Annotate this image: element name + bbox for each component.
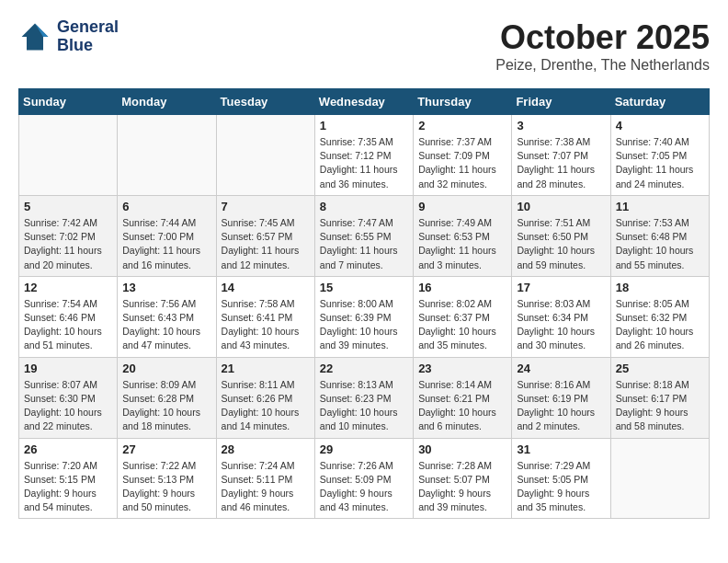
logo-line2: Blue (57, 37, 119, 55)
calendar-cell: 29Sunrise: 7:26 AM Sunset: 5:09 PM Dayli… (314, 438, 413, 519)
day-number: 26 (24, 442, 112, 456)
title-area: October 2025 Peize, Drenthe, The Netherl… (495, 18, 710, 74)
day-number: 4 (616, 119, 704, 132)
day-number: 13 (122, 281, 210, 294)
calendar-cell: 1Sunrise: 7:35 AM Sunset: 7:12 PM Daylig… (314, 115, 413, 196)
day-header-tuesday: Tuesday (216, 89, 314, 115)
day-number: 18 (616, 281, 704, 294)
logo-text: General Blue (57, 18, 119, 55)
day-header-saturday: Saturday (610, 89, 709, 115)
day-info: Sunrise: 7:24 AM Sunset: 5:11 PM Dayligh… (222, 459, 310, 515)
day-number: 5 (24, 200, 112, 213)
calendar-cell: 27Sunrise: 7:22 AM Sunset: 5:13 PM Dayli… (118, 438, 216, 519)
day-info: Sunrise: 7:56 AM Sunset: 6:43 PM Dayligh… (122, 297, 210, 353)
day-number: 1 (320, 119, 408, 132)
day-info: Sunrise: 8:07 AM Sunset: 6:30 PM Dayligh… (24, 378, 112, 434)
day-info: Sunrise: 7:51 AM Sunset: 6:50 PM Dayligh… (517, 216, 605, 272)
calendar-cell: 23Sunrise: 8:14 AM Sunset: 6:21 PM Dayli… (414, 357, 512, 438)
day-info: Sunrise: 8:05 AM Sunset: 6:32 PM Dayligh… (616, 297, 704, 353)
day-info: Sunrise: 7:29 AM Sunset: 5:05 PM Dayligh… (517, 459, 605, 515)
calendar-cell: 6Sunrise: 7:44 AM Sunset: 7:00 PM Daylig… (118, 195, 216, 276)
day-info: Sunrise: 7:20 AM Sunset: 5:15 PM Dayligh… (24, 459, 112, 515)
day-number: 14 (222, 281, 310, 294)
day-info: Sunrise: 8:16 AM Sunset: 6:19 PM Dayligh… (517, 378, 605, 434)
day-info: Sunrise: 8:00 AM Sunset: 6:39 PM Dayligh… (320, 297, 408, 353)
day-number: 28 (222, 442, 310, 456)
day-number: 15 (320, 281, 408, 294)
calendar-cell: 28Sunrise: 7:24 AM Sunset: 5:11 PM Dayli… (216, 438, 314, 519)
day-number: 8 (320, 200, 408, 213)
calendar-cell: 13Sunrise: 7:56 AM Sunset: 6:43 PM Dayli… (118, 276, 216, 357)
logo-icon (18, 20, 51, 53)
calendar-cell: 7Sunrise: 7:45 AM Sunset: 6:57 PM Daylig… (216, 195, 314, 276)
calendar-header-row: SundayMondayTuesdayWednesdayThursdayFrid… (19, 89, 710, 115)
calendar-cell: 10Sunrise: 7:51 AM Sunset: 6:50 PM Dayli… (512, 195, 610, 276)
day-number: 6 (122, 200, 210, 213)
day-number: 12 (24, 281, 112, 294)
day-info: Sunrise: 7:38 AM Sunset: 7:07 PM Dayligh… (517, 135, 605, 191)
calendar-cell: 3Sunrise: 7:38 AM Sunset: 7:07 PM Daylig… (512, 115, 610, 196)
day-info: Sunrise: 8:09 AM Sunset: 6:28 PM Dayligh… (122, 378, 210, 434)
calendar-cell: 22Sunrise: 8:13 AM Sunset: 6:23 PM Dayli… (314, 357, 413, 438)
calendar-cell: 18Sunrise: 8:05 AM Sunset: 6:32 PM Dayli… (610, 276, 709, 357)
day-info: Sunrise: 7:40 AM Sunset: 7:05 PM Dayligh… (616, 135, 704, 191)
calendar-cell: 24Sunrise: 8:16 AM Sunset: 6:19 PM Dayli… (512, 357, 610, 438)
calendar-cell (19, 115, 118, 196)
day-number: 24 (517, 362, 605, 375)
day-header-friday: Friday (512, 89, 610, 115)
calendar-cell: 31Sunrise: 7:29 AM Sunset: 5:05 PM Dayli… (512, 438, 610, 519)
logo-line1: General (57, 18, 119, 37)
page-header: General Blue October 2025 Peize, Drenthe… (18, 18, 710, 74)
calendar-cell (118, 115, 216, 196)
calendar-cell: 14Sunrise: 7:58 AM Sunset: 6:41 PM Dayli… (216, 276, 314, 357)
day-number: 21 (222, 362, 310, 375)
day-number: 11 (616, 200, 704, 213)
calendar-cell: 15Sunrise: 8:00 AM Sunset: 6:39 PM Dayli… (314, 276, 413, 357)
day-info: Sunrise: 7:22 AM Sunset: 5:13 PM Dayligh… (122, 459, 210, 515)
day-info: Sunrise: 7:28 AM Sunset: 5:07 PM Dayligh… (418, 459, 506, 515)
month-title: October 2025 (495, 18, 710, 57)
day-info: Sunrise: 7:49 AM Sunset: 6:53 PM Dayligh… (418, 216, 506, 272)
day-number: 17 (517, 281, 605, 294)
day-header-wednesday: Wednesday (314, 89, 413, 115)
calendar-cell: 20Sunrise: 8:09 AM Sunset: 6:28 PM Dayli… (118, 357, 216, 438)
calendar-cell (216, 115, 314, 196)
calendar-cell: 19Sunrise: 8:07 AM Sunset: 6:30 PM Dayli… (19, 357, 118, 438)
calendar-cell: 4Sunrise: 7:40 AM Sunset: 7:05 PM Daylig… (610, 115, 709, 196)
calendar-table: SundayMondayTuesdayWednesdayThursdayFrid… (18, 88, 710, 519)
calendar-cell: 17Sunrise: 8:03 AM Sunset: 6:34 PM Dayli… (512, 276, 610, 357)
day-number: 20 (122, 362, 210, 375)
calendar-cell: 30Sunrise: 7:28 AM Sunset: 5:07 PM Dayli… (414, 438, 512, 519)
day-info: Sunrise: 8:13 AM Sunset: 6:23 PM Dayligh… (320, 378, 408, 434)
calendar-cell: 11Sunrise: 7:53 AM Sunset: 6:48 PM Dayli… (610, 195, 709, 276)
calendar-cell: 5Sunrise: 7:42 AM Sunset: 7:02 PM Daylig… (19, 195, 118, 276)
calendar-cell: 25Sunrise: 8:18 AM Sunset: 6:17 PM Dayli… (610, 357, 709, 438)
day-info: Sunrise: 7:26 AM Sunset: 5:09 PM Dayligh… (320, 459, 408, 515)
day-number: 16 (418, 281, 506, 294)
calendar-week-row: 12Sunrise: 7:54 AM Sunset: 6:46 PM Dayli… (19, 276, 710, 357)
day-info: Sunrise: 7:44 AM Sunset: 7:00 PM Dayligh… (122, 216, 210, 272)
day-info: Sunrise: 7:54 AM Sunset: 6:46 PM Dayligh… (24, 297, 112, 353)
calendar-week-row: 26Sunrise: 7:20 AM Sunset: 5:15 PM Dayli… (19, 438, 710, 519)
day-info: Sunrise: 7:37 AM Sunset: 7:09 PM Dayligh… (418, 135, 506, 191)
day-info: Sunrise: 8:18 AM Sunset: 6:17 PM Dayligh… (616, 378, 704, 434)
day-info: Sunrise: 7:53 AM Sunset: 6:48 PM Dayligh… (616, 216, 704, 272)
calendar-cell (610, 438, 709, 519)
day-info: Sunrise: 7:42 AM Sunset: 7:02 PM Dayligh… (24, 216, 112, 272)
day-number: 9 (418, 200, 506, 213)
day-info: Sunrise: 8:02 AM Sunset: 6:37 PM Dayligh… (418, 297, 506, 353)
day-number: 2 (418, 119, 506, 132)
calendar-cell: 12Sunrise: 7:54 AM Sunset: 6:46 PM Dayli… (19, 276, 118, 357)
day-header-sunday: Sunday (19, 89, 118, 115)
day-number: 29 (320, 442, 408, 456)
day-info: Sunrise: 8:14 AM Sunset: 6:21 PM Dayligh… (418, 378, 506, 434)
calendar-week-row: 1Sunrise: 7:35 AM Sunset: 7:12 PM Daylig… (19, 115, 710, 196)
day-number: 27 (122, 442, 210, 456)
day-number: 23 (418, 362, 506, 375)
calendar-cell: 8Sunrise: 7:47 AM Sunset: 6:55 PM Daylig… (314, 195, 413, 276)
day-number: 25 (616, 362, 704, 375)
day-header-thursday: Thursday (414, 89, 512, 115)
day-info: Sunrise: 8:11 AM Sunset: 6:26 PM Dayligh… (222, 378, 310, 434)
day-info: Sunrise: 8:03 AM Sunset: 6:34 PM Dayligh… (517, 297, 605, 353)
calendar-cell: 26Sunrise: 7:20 AM Sunset: 5:15 PM Dayli… (19, 438, 118, 519)
